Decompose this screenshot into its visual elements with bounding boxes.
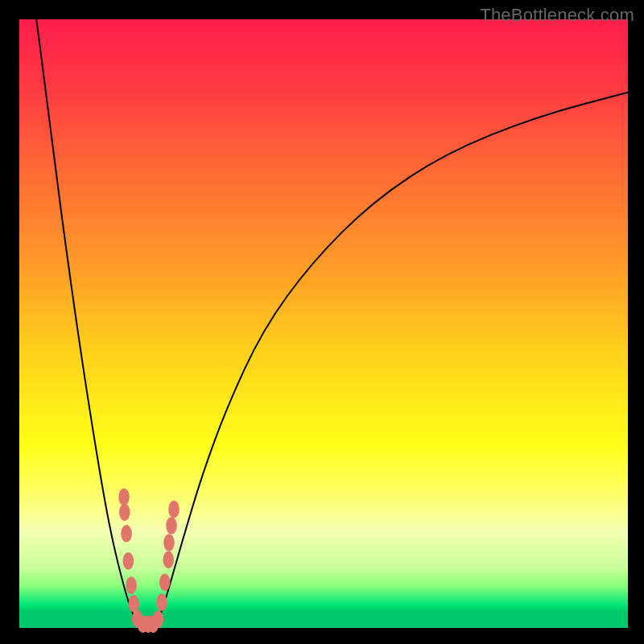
chart-container: TheBottleneck.com (0, 0, 644, 644)
bottleneck-chart-canvas (0, 0, 644, 644)
watermark-label: TheBottleneck.com (480, 5, 634, 26)
